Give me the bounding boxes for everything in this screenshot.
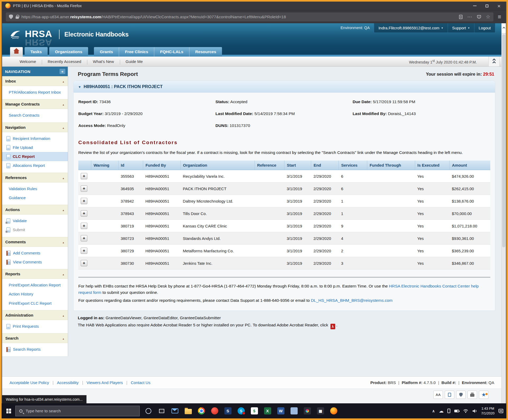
expand-row-button[interactable]: +	[81, 248, 87, 254]
taskbar-app-green[interactable]: $	[248, 404, 261, 418]
maximize-button[interactable]	[486, 4, 488, 7]
sidebar-item-validate[interactable]: Validate	[2, 216, 68, 225]
section-references[interactable]: References	[2, 173, 68, 182]
link-label[interactable]: Search Contracts	[9, 113, 39, 118]
link-label[interactable]: PTR/Allocations Report Inbox	[9, 90, 61, 95]
adobe-pdf-icon[interactable]	[330, 324, 335, 329]
taskbar-app-red[interactable]	[208, 404, 221, 418]
link-label[interactable]: Recipient Information	[13, 136, 50, 141]
link-label[interactable]: Validation Rules	[9, 186, 37, 191]
reader-mode-icon[interactable]	[459, 15, 462, 19]
tab-resources[interactable]: Resources	[189, 47, 222, 57]
tab-free-clinics[interactable]: Free Clinics	[119, 47, 154, 57]
taskbar-app-navy-s[interactable]: S	[221, 404, 234, 418]
tray-expand-icon[interactable]	[432, 409, 435, 413]
section-actions[interactable]: Actions	[2, 205, 68, 214]
footer-link-accessibility[interactable]: Accessibility	[53, 380, 83, 385]
link-label[interactable]: Validate	[13, 218, 27, 223]
privacy-shield-button[interactable]	[456, 391, 466, 399]
page-actions-icon[interactable]	[467, 14, 472, 20]
link-label[interactable]: Print Requests	[13, 324, 39, 329]
taskbar-app-excel[interactable]: X	[261, 404, 274, 418]
expand-row-button[interactable]: +	[81, 198, 87, 204]
link-label[interactable]: Action History	[9, 291, 33, 297]
sidebar-item-view-comments[interactable]: View Comments	[2, 258, 68, 267]
tracking-protection-shield-icon[interactable]	[9, 15, 13, 19]
sidebar-item-ptr-allocations-report-inbox[interactable]: PTR/Allocations Report Inbox	[2, 88, 68, 97]
taskbar-app-firefox[interactable]	[327, 404, 340, 418]
collapse-header-button[interactable]	[488, 57, 500, 66]
link-label[interactable]: Print/Export CLC Report	[9, 301, 52, 306]
section-administration[interactable]: Administration	[2, 310, 68, 320]
user-menu[interactable]: Indra.Flitcroft.89865912@test.com	[374, 23, 447, 33]
link-label[interactable]: Guidance	[9, 195, 26, 200]
subnav-recently-accessed[interactable]: Recently Accessed	[42, 59, 87, 64]
taskbar-app-file-explorer[interactable]	[182, 404, 195, 418]
support-menu[interactable]: Support	[448, 23, 474, 33]
url-field[interactable]: https://hsa-app-utl34.amer.reisystems.co…	[6, 12, 493, 21]
section-inbox[interactable]: Inbox	[2, 76, 68, 86]
task-view-button[interactable]	[155, 404, 168, 418]
link-label[interactable]: CLC Report	[13, 154, 35, 159]
link-label[interactable]: Allocations Report	[13, 163, 45, 168]
section-reports[interactable]: Reports	[2, 269, 68, 279]
link-label[interactable]: Print/Export Allocation Report	[9, 282, 61, 288]
scrollbar-thumb[interactable]	[502, 34, 505, 247]
subnav-guide-me[interactable]: Guide Me	[120, 59, 149, 64]
minimize-button[interactable]	[473, 6, 477, 6]
section-navigation[interactable]: Navigation	[2, 122, 68, 132]
subnav-whats-new[interactable]: What's New	[87, 59, 120, 64]
data-support-email-link[interactable]: DL_HS_HRSA_BHM_BRS@reisystems.com	[311, 298, 393, 303]
taskbar-clock[interactable]: 1:43 PM7/1/2020	[481, 406, 495, 416]
tab-tasks[interactable]: Tasks	[25, 47, 48, 57]
expand-row-button[interactable]: +	[81, 173, 87, 179]
taskbar-app-chrome[interactable]	[195, 404, 208, 418]
sidebar-item-search-contracts[interactable]: Search Contracts	[2, 111, 68, 120]
sidebar-item-guidance[interactable]: Guidance	[2, 193, 68, 202]
sidebar-item-print-export-clc-report[interactable]: Print/Export CLC Report	[2, 299, 68, 308]
print-button[interactable]	[468, 391, 477, 399]
battery-icon[interactable]	[454, 410, 459, 412]
start-button[interactable]	[2, 404, 15, 418]
sidebar-item-validation-rules[interactable]: Validation Rules	[2, 184, 68, 193]
tab-grants[interactable]: Grants	[94, 47, 119, 57]
scroll-up-button[interactable]	[502, 23, 506, 33]
taskbar-app-word[interactable]: W	[274, 404, 287, 418]
reader-panel-button[interactable]	[445, 391, 454, 399]
tab-organizations[interactable]: Organizations	[49, 47, 88, 57]
taskbar-search-input[interactable]: Type here to search	[15, 406, 140, 416]
sidebar-item-print-export-allocation-report[interactable]: Print/Export Allocation Report	[2, 281, 68, 290]
sidebar-item-add-comments[interactable]: Add Comments	[2, 249, 68, 258]
section-search[interactable]: Search	[2, 333, 68, 343]
taskbar-app-dark[interactable]	[301, 404, 314, 418]
text-size-button[interactable]: AA	[433, 391, 443, 399]
bookmark-star-icon[interactable]	[486, 14, 490, 20]
taskbar-app-skype[interactable]: S	[234, 404, 248, 418]
tab-fqhc-lals[interactable]: FQHC-LALs	[154, 47, 189, 57]
section-comments[interactable]: Comments	[2, 237, 68, 247]
sidebar-item-action-history[interactable]: Action History	[2, 290, 68, 299]
link-label[interactable]: Add Comments	[13, 250, 40, 256]
expand-row-button[interactable]: +	[81, 185, 87, 192]
sidebar-item-recipient-information[interactable]: Recipient Information	[2, 134, 68, 143]
sidebar-item-search-reports[interactable]: Search Reports	[2, 345, 68, 354]
action-center-icon[interactable]	[498, 409, 503, 413]
taskbar-app-calculator[interactable]	[314, 404, 327, 418]
menu-icon[interactable]	[497, 13, 502, 20]
subnav-welcome[interactable]: Welcome	[14, 59, 42, 64]
taskbar-app-blue[interactable]	[287, 404, 301, 418]
device-icon[interactable]	[447, 409, 450, 413]
tab-home[interactable]	[10, 47, 23, 57]
sidebar-collapse-button[interactable]	[60, 69, 65, 74]
close-button[interactable]	[497, 3, 501, 9]
link-label[interactable]: Search Reports	[13, 347, 40, 352]
sidebar-item-submit[interactable]: Submit	[2, 225, 68, 234]
link-label[interactable]: View Comments	[13, 259, 42, 265]
volume-icon[interactable]	[472, 409, 477, 413]
sidebar-item-allocations-report[interactable]: Allocations Report	[2, 161, 68, 170]
taskbar-app-mail[interactable]	[168, 404, 182, 418]
network-wifi-icon[interactable]	[463, 409, 468, 413]
footer-link-contact-us[interactable]: Contact Us	[127, 380, 154, 385]
expand-row-button[interactable]: +	[81, 223, 87, 229]
sidebar-item-file-upload[interactable]: File Upload	[2, 143, 68, 152]
